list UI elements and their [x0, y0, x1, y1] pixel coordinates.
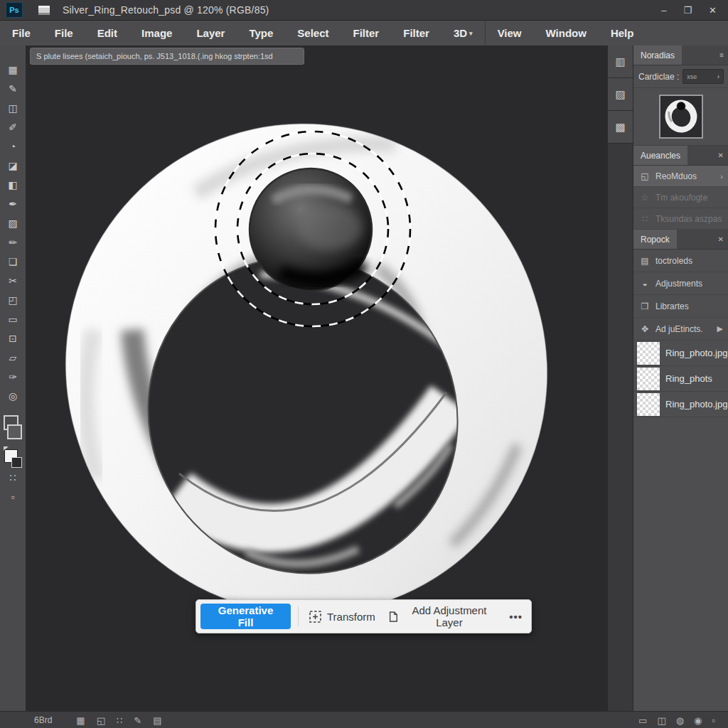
foreground-background-color[interactable]: [4, 446, 22, 468]
panel-row-label: Adjustments: [655, 279, 702, 289]
panel-row-label: Librartes: [655, 301, 689, 311]
grid-icon[interactable]: ▦: [76, 715, 85, 726]
healing-brush-tool-icon[interactable]: ❏: [0, 252, 26, 271]
histogram-icon: ▤: [639, 256, 651, 266]
menu-layer[interactable]: Layer: [184, 21, 237, 46]
generative-fill-button[interactable]: Generative Fill: [200, 604, 291, 629]
record-icon[interactable]: ◉: [694, 715, 702, 726]
close-icon[interactable]: ✕: [718, 151, 728, 159]
zoom-tool-icon[interactable]: ◎: [0, 386, 26, 405]
paint-bucket-tool-icon[interactable]: ◧: [0, 175, 26, 194]
panel-icon[interactable]: ◫: [657, 715, 665, 726]
restore-button[interactable]: ❐: [683, 5, 692, 16]
adjustment-layer-icon: [388, 610, 399, 623]
object-select-tool-icon[interactable]: ◪: [0, 156, 26, 175]
panel-header-ropock[interactable]: Ropock ✕: [633, 230, 728, 250]
dock-panel-icon-2[interactable]: ▨: [608, 78, 633, 111]
panel-row-adjustments[interactable]: ◒ Adjustments: [633, 272, 728, 295]
eraser-tool-icon[interactable]: ▱: [0, 348, 26, 367]
panel-row-label: Ad juEtincts.: [655, 324, 703, 334]
close-icon[interactable]: ✕: [718, 235, 728, 243]
menu-3d[interactable]: 3D▾: [441, 21, 485, 46]
panel-row-ad-effects[interactable]: ✥ Ad juEtincts. ▶: [633, 318, 728, 341]
adjustments-icon: ◒: [639, 279, 651, 289]
more-options-button[interactable]: •••: [505, 610, 527, 623]
layer-thumbnail[interactable]: [637, 393, 660, 416]
add-adjustment-layer-button[interactable]: Add Adjustment Layer: [385, 604, 498, 628]
smudge-tool-icon[interactable]: ✒: [0, 194, 26, 213]
menu-help[interactable]: Help: [599, 21, 646, 46]
options-bar[interactable]: S plute lisees (setaich_piouch, ps. J513…: [30, 48, 304, 65]
menu-image[interactable]: Image: [129, 21, 184, 46]
crop-tool-icon[interactable]: ⊡: [0, 328, 26, 348]
chevron-right-icon: ›: [720, 172, 723, 181]
document-title: Silver_Ring_Retouch_psd @ 120% (RGB/85): [63, 4, 269, 16]
layer-row-3[interactable]: Ring_photo.jpg: [633, 392, 728, 417]
dock-panel-icon-1[interactable]: ▥: [608, 46, 633, 78]
panel-row-libraries[interactable]: ❐ Librartes: [633, 295, 728, 318]
menu-filter-2[interactable]: Filter: [391, 21, 441, 46]
panel-header-label: Aueancles: [633, 146, 687, 165]
chevron-down-icon: ▾: [469, 30, 473, 37]
menu-select[interactable]: Select: [285, 21, 341, 46]
field-value: xse: [687, 73, 697, 80]
move-tool-icon[interactable]: ▦: [0, 60, 26, 79]
screen-mode-icon[interactable]: ▫: [0, 487, 26, 506]
menu-filter[interactable]: Filter: [341, 21, 392, 46]
grid-icon: ∷: [639, 214, 651, 224]
scissors-tool-icon[interactable]: ✂: [0, 271, 26, 290]
libraries-icon: ❐: [639, 301, 651, 311]
panel-menu-icon[interactable]: ≡: [719, 51, 728, 59]
shape-tool-icon[interactable]: ▭: [0, 309, 26, 328]
square-icon[interactable]: ▫: [712, 715, 715, 726]
property-dropdown[interactable]: xse ›: [682, 69, 724, 84]
document-thumbnail-icon: [38, 6, 50, 15]
dots-icon[interactable]: ∷: [117, 715, 122, 726]
layer-row-1[interactable]: Ring_photo.jpg: [633, 341, 728, 366]
folder-icon[interactable]: ▤: [153, 715, 161, 726]
title-bar: Ps Silver_Ring_Retouch_psd @ 120% (RGB/8…: [0, 0, 728, 21]
dock-panel-icon-3[interactable]: ▩: [608, 111, 633, 144]
layer-thumbnail[interactable]: [637, 342, 660, 365]
menu-edit[interactable]: Edit: [85, 21, 129, 46]
screen-icon[interactable]: ▭: [638, 715, 647, 726]
menu-file-2[interactable]: File: [43, 21, 85, 46]
menu-file[interactable]: File: [0, 21, 43, 46]
menu-type[interactable]: Type: [237, 21, 285, 46]
frame-tool-icon[interactable]: ◫: [0, 98, 26, 117]
field-label: Cardiclae :: [638, 72, 679, 82]
pencil-tool-icon[interactable]: ✑: [0, 367, 26, 386]
minimize-button[interactable]: –: [661, 5, 666, 16]
layer-name: Ring_phots: [665, 373, 712, 384]
transform-button[interactable]: Transform: [306, 610, 378, 623]
status-text: 6Brd: [34, 715, 52, 725]
menu-3d-label: 3D: [454, 27, 467, 39]
lasso-tool-icon[interactable]: ✎: [0, 79, 26, 98]
app-logo-icon: Ps: [6, 2, 23, 18]
pen-icon[interactable]: ✎: [134, 715, 141, 726]
layer-row-2[interactable]: Ring_phots: [633, 366, 728, 392]
options-bar-text: S plute lisees (setaich_piouch, ps. J513…: [36, 52, 273, 60]
close-button[interactable]: ✕: [709, 5, 717, 16]
effects-icon: ✥: [639, 324, 651, 334]
ring-preview-thumbnail[interactable]: [659, 95, 703, 139]
panel-header-actions[interactable]: Aueancles ✕: [633, 146, 728, 166]
pen-tool-icon[interactable]: ✐: [0, 117, 26, 136]
menu-view[interactable]: View: [485, 21, 534, 46]
brush-tool-icon[interactable]: ✏: [0, 232, 26, 252]
layer-thumbnail[interactable]: [637, 368, 660, 390]
quick-mask-icon[interactable]: ∷: [0, 468, 26, 487]
panel-header-properties[interactable]: Noradias ≡: [633, 46, 728, 65]
action-row-grid[interactable]: ∷ Tksundas aszpas: [633, 208, 728, 230]
action-row-star[interactable]: ☆ Tm akoufogte: [633, 187, 728, 208]
clone-stamp-tool-icon[interactable]: ▨: [0, 213, 26, 232]
lock-icon[interactable]: ◍: [676, 715, 684, 726]
menu-window[interactable]: Window: [534, 21, 599, 46]
gem: [250, 168, 372, 291]
panel-row-toctroleds[interactable]: ▤ toctroleds: [633, 250, 728, 272]
swap-colors-icon[interactable]: [4, 415, 22, 439]
action-row-reomduos[interactable]: ◱ ReoMduos ›: [633, 166, 728, 187]
artboard-icon[interactable]: ◱: [97, 715, 105, 726]
stamp-tool-icon[interactable]: ◰: [0, 290, 26, 309]
eyedropper-tool-icon[interactable]: ◔: [0, 136, 26, 156]
